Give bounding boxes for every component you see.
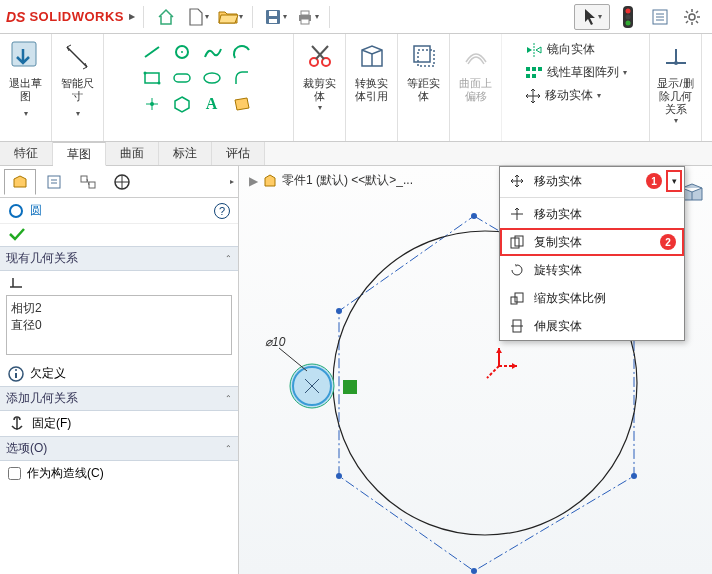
stretch-icon	[508, 317, 526, 335]
save-button[interactable]: ▾	[261, 4, 289, 30]
svg-point-14	[689, 14, 695, 20]
svg-rect-1	[269, 11, 277, 16]
canvas[interactable]: ▶ 零件1 (默认) <<默认>_... ⌀10	[239, 166, 712, 574]
svg-rect-77	[511, 297, 517, 304]
app-name: SOLIDWORKS	[29, 9, 124, 24]
badge-1: 1	[646, 173, 662, 189]
panel-tab-appearance[interactable]	[106, 169, 138, 195]
curve-offset-button[interactable]: 曲面上 偏移	[450, 34, 502, 141]
section-options[interactable]: 选项(O)⌃	[0, 436, 238, 461]
svg-rect-32	[414, 46, 430, 62]
panel-tab-properties[interactable]	[38, 169, 70, 195]
svg-rect-46	[81, 176, 87, 182]
svg-point-9	[626, 20, 631, 25]
svg-rect-19	[145, 73, 159, 83]
rect-tool[interactable]	[140, 67, 164, 89]
print-button[interactable]: ▾	[293, 4, 321, 30]
move-entity-menu: 移动实体 1 ▾ 移动实体 复制实体 2 旋转实体 缩放实体比例	[499, 166, 685, 341]
display-relations-button[interactable]: 显示/删 除几何 关系 ▾	[650, 34, 702, 141]
convert-button[interactable]: 转换实 体引用	[346, 34, 398, 141]
polygon-tool[interactable]	[170, 93, 194, 115]
tab-annotate[interactable]: 标注	[159, 142, 212, 165]
offset-button[interactable]: 等距实 体	[398, 34, 450, 141]
settings-button[interactable]	[678, 4, 706, 30]
menu-stretch-entity[interactable]: 伸展实体	[500, 312, 684, 340]
ok-check-icon[interactable]	[8, 226, 26, 242]
tab-evaluate[interactable]: 评估	[212, 142, 265, 165]
line-tool[interactable]	[140, 41, 164, 63]
move-icon	[508, 172, 526, 190]
construction-checkbox-row[interactable]: 作为构造线(C)	[0, 461, 238, 486]
menu-copy-entity[interactable]: 复制实体 2	[500, 228, 684, 256]
fillet-tool[interactable]	[230, 67, 254, 89]
svg-marker-27	[175, 97, 189, 112]
svg-rect-37	[538, 67, 542, 71]
section-existing-relations[interactable]: 现有几何关系⌃	[0, 246, 238, 271]
move-entity-button[interactable]: 移动实体▾	[525, 87, 627, 104]
ellipse-tool[interactable]	[200, 67, 224, 89]
relations-list[interactable]: 相切2 直径0	[6, 295, 232, 355]
menu-move-entity[interactable]: 移动实体	[500, 200, 684, 228]
svg-point-61	[631, 473, 637, 479]
menu-scale-entity[interactable]: 缩放实体比例	[500, 284, 684, 312]
svg-point-52	[10, 205, 22, 217]
plane-tool[interactable]	[230, 93, 254, 115]
menu-split-dropdown[interactable]: ▾	[666, 170, 682, 192]
point-tool[interactable]	[140, 93, 164, 115]
relation-item[interactable]: 直径0	[11, 317, 227, 334]
svg-rect-43	[48, 176, 60, 188]
trim-button[interactable]: 裁剪实 体 ▾	[294, 34, 346, 141]
relation-item[interactable]: 相切2	[11, 300, 227, 317]
scale-icon	[508, 289, 526, 307]
section-add-relations[interactable]: 添加几何关系⌃	[0, 386, 238, 411]
tab-sketch[interactable]: 草图	[53, 142, 106, 166]
panel-tab-config[interactable]	[72, 169, 104, 195]
spline-tool[interactable]	[200, 41, 224, 63]
logo-dropdown[interactable]: ▶	[129, 12, 135, 21]
menu-rotate-entity[interactable]: 旋转实体	[500, 256, 684, 284]
svg-point-23	[204, 73, 220, 83]
home-button[interactable]	[152, 4, 180, 30]
construction-checkbox[interactable]	[8, 467, 21, 480]
fix-relation-button[interactable]: 固定(F)	[0, 411, 238, 436]
new-button[interactable]: ▾	[184, 4, 212, 30]
panel-tabs-overflow[interactable]: ▸	[230, 177, 234, 186]
open-button[interactable]: ▾	[216, 4, 244, 30]
svg-point-59	[471, 213, 477, 219]
circle-tool[interactable]	[170, 41, 194, 63]
menu-move-entity-header[interactable]: 移动实体 1 ▾	[500, 167, 684, 195]
list-button[interactable]	[646, 4, 674, 30]
menu-label: 复制实体	[534, 234, 582, 251]
tab-features[interactable]: 特征	[0, 142, 53, 165]
cursor-button[interactable]: ▾	[574, 4, 610, 30]
traffic-light-icon[interactable]	[614, 4, 642, 30]
help-icon[interactable]: ?	[214, 203, 230, 219]
menu-label: 伸展实体	[534, 318, 582, 335]
exit-sketch-button[interactable]: 退出草 图 ▾	[0, 34, 52, 141]
menu-label: 旋转实体	[534, 262, 582, 279]
svg-point-21	[157, 82, 160, 85]
svg-rect-4	[301, 11, 309, 15]
logo-ds: DS	[6, 9, 25, 25]
tab-surfaces[interactable]: 曲面	[106, 142, 159, 165]
modify-group: 镜向实体 线性草图阵列▾ 移动实体▾	[502, 34, 650, 141]
linear-pattern-button[interactable]: 线性草图阵列▾	[525, 64, 627, 81]
svg-point-63	[336, 473, 342, 479]
slot-tool[interactable]	[170, 67, 194, 89]
svg-rect-22	[174, 74, 190, 82]
panel-title: 圆	[30, 202, 42, 219]
panel-tab-feature[interactable]	[4, 169, 36, 195]
menu-label: 缩放实体比例	[534, 290, 606, 307]
confirm-row	[0, 224, 238, 246]
move-icon	[508, 205, 526, 223]
relation-icon	[8, 275, 24, 289]
svg-line-74	[487, 366, 499, 378]
smart-dimension-button[interactable]: 智能尺 寸 ▾	[52, 34, 104, 141]
svg-rect-39	[532, 74, 536, 78]
dimension-label[interactable]: ⌀10	[265, 335, 286, 349]
menu-label: 移动实体	[534, 173, 582, 190]
text-tool[interactable]: A	[200, 93, 224, 115]
mirror-button[interactable]: 镜向实体	[525, 41, 627, 58]
arc-tool[interactable]	[230, 41, 254, 63]
svg-rect-5	[301, 19, 309, 24]
